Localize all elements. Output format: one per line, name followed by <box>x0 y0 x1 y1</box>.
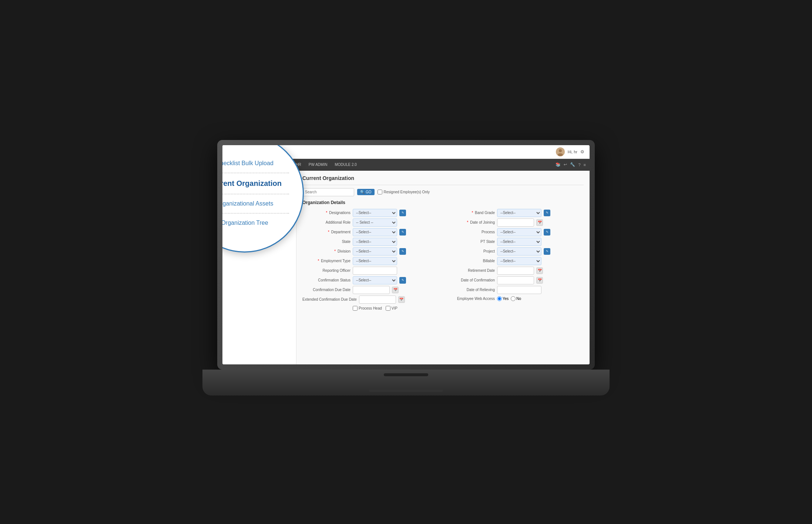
radio-no-text: No <box>516 297 521 301</box>
search-row: 🔍 GO Resigned Employee(s) Only <box>302 188 584 196</box>
form-row-pt-state: PT State --Select-- <box>447 238 584 246</box>
select-process[interactable]: --Select-- <box>497 228 541 236</box>
search-input[interactable] <box>302 188 354 196</box>
input-reporting-officer[interactable] <box>353 267 397 275</box>
form-row-band-grade: * Band Grade --Select-- ✎ <box>447 209 584 217</box>
calendar-confirmation-due-date-icon[interactable]: 📅 <box>392 287 399 293</box>
label-department: * Department <box>302 230 350 234</box>
section-title: Organization Details <box>302 200 584 205</box>
select-department[interactable]: --Select-- <box>353 228 397 236</box>
form-row-ext-confirmation-due-date: Extended Confirmation Due Date 📅 <box>302 296 439 304</box>
form-left: * Designations --Select-- ✎ Additional R… <box>302 209 439 312</box>
circle-popup: Checklist Bulk Upload Current Organizati… <box>222 145 304 253</box>
form-row-retirement-date: Retirement Date 📅 <box>447 267 584 275</box>
select-additional-role[interactable]: -- Select -- <box>353 218 397 227</box>
form-row-confirmation-status: Confirmation Status --Select-- ✎ <box>302 276 439 284</box>
label-division: * Division <box>302 249 350 253</box>
input-retirement-date[interactable] <box>497 267 534 275</box>
form-row-designations: * Designations --Select-- ✎ <box>302 209 439 217</box>
laptop-hinge <box>384 373 428 376</box>
radio-yes[interactable] <box>497 296 502 301</box>
form-container: * Designations --Select-- ✎ Additional R… <box>302 209 584 312</box>
label-employee-web-access: Employee Web Access <box>447 297 495 301</box>
input-ext-confirmation-due-date[interactable] <box>359 296 396 304</box>
laptop-screen: Hi, hr ⚙ SELF MY TEAM REPORTS HR PW ADMI… <box>222 145 590 364</box>
process-head-checkbox[interactable] <box>353 306 358 311</box>
select-project[interactable]: --Select-- <box>497 247 541 256</box>
edit-designations-icon[interactable]: ✎ <box>399 210 406 216</box>
edit-department-icon[interactable]: ✎ <box>399 229 406 236</box>
calendar-date-of-joining-icon[interactable]: 📅 <box>536 219 543 226</box>
form-row-checkboxes: Process Head VIP <box>302 306 439 311</box>
input-date-of-relieving[interactable] <box>497 286 541 294</box>
input-confirmation-due-date[interactable] <box>353 286 390 294</box>
label-date-of-joining: * Date of Joining <box>447 220 495 224</box>
employee-web-access-radio-group: Yes No <box>497 296 521 301</box>
edit-confirmation-status-icon[interactable]: ✎ <box>399 277 406 284</box>
form-row-confirmation-due-date: Confirmation Due Date 📅 <box>302 286 439 294</box>
edit-project-icon[interactable]: ✎ <box>544 248 550 255</box>
select-confirmation-status[interactable]: --Select-- <box>353 276 397 284</box>
process-head-text: Process Head <box>359 306 382 310</box>
menu-icon[interactable]: ≡ <box>584 163 586 167</box>
vip-label[interactable]: VIP <box>386 306 397 311</box>
select-division[interactable]: --Select-- <box>353 247 397 256</box>
select-designations[interactable]: --Select-- <box>353 209 397 217</box>
select-band-grade[interactable]: --Select-- <box>497 209 541 217</box>
content-area: Current Organization 🔍 GO <box>296 171 590 364</box>
label-date-of-relieving: Date of Relieving <box>447 288 495 292</box>
form-row-employee-web-access: Employee Web Access Yes No <box>447 296 584 301</box>
input-date-of-joining[interactable] <box>497 218 534 227</box>
select-employment-type[interactable]: --Select-- <box>353 257 397 265</box>
page-title: Current Organization <box>302 175 584 181</box>
label-band-grade: * Band Grade <box>447 211 495 215</box>
nav-item-module2[interactable]: MODULE 2.0 <box>331 160 360 169</box>
circle-menu-item-current-org[interactable]: Current Organization <box>222 173 289 194</box>
form-row-process: Process --Select-- ✎ <box>447 228 584 236</box>
search-icon: 🔍 <box>360 190 365 194</box>
tool-icon[interactable]: 🔧 <box>570 162 575 167</box>
form-row-department: * Department --Select-- ✎ <box>302 228 439 236</box>
edit-band-grade-icon[interactable]: ✎ <box>544 210 550 216</box>
edit-process-icon[interactable]: ✎ <box>544 229 550 236</box>
form-row-additional-role: Additional Role -- Select -- <box>302 218 439 227</box>
select-state[interactable]: --Select-- <box>353 238 397 246</box>
book-icon[interactable]: 📚 <box>556 162 561 167</box>
resigned-checkbox[interactable] <box>378 190 382 194</box>
vip-text: VIP <box>392 306 397 310</box>
help-icon[interactable]: ? <box>578 163 580 167</box>
label-pt-state: PT State <box>447 240 495 244</box>
input-date-of-confirmation[interactable] <box>497 276 534 284</box>
form-row-division: * Division --Select-- ✎ <box>302 247 439 256</box>
radio-no-label[interactable]: No <box>511 296 521 301</box>
process-head-label[interactable]: Process Head <box>353 306 382 311</box>
form-row-date-of-joining: * Date of Joining 📅 <box>447 218 584 227</box>
select-billable[interactable]: --Select-- <box>497 257 541 265</box>
radio-yes-label[interactable]: Yes <box>497 296 509 301</box>
calendar-date-of-confirmation-icon[interactable]: 📅 <box>536 277 543 284</box>
resigned-checkbox-label[interactable]: Resigned Employee(s) Only <box>378 190 430 194</box>
vip-checkbox[interactable] <box>386 306 390 311</box>
go-label: GO <box>366 190 372 194</box>
go-button[interactable]: 🔍 GO <box>357 189 375 195</box>
calendar-ext-confirmation-due-date-icon[interactable]: 📅 <box>398 296 405 303</box>
circle-menu-item-checklist-bulk[interactable]: Checklist Bulk Upload <box>222 154 289 173</box>
calendar-retirement-date-icon[interactable]: 📅 <box>536 267 543 274</box>
laptop-base <box>202 370 610 395</box>
svg-point-2 <box>558 153 563 156</box>
label-project: Project <box>447 249 495 253</box>
form-row-date-of-confirmation: Date of Confirmation 📅 <box>447 276 584 284</box>
label-confirmation-due-date: Confirmation Due Date <box>302 288 350 292</box>
form-right: * Band Grade --Select-- ✎ * Date of Join… <box>447 209 584 312</box>
gear-icon[interactable]: ⚙ <box>580 149 584 154</box>
back-icon[interactable]: ↩ <box>564 162 567 167</box>
select-pt-state[interactable]: --Select-- <box>497 238 541 246</box>
label-ext-confirmation-due-date: Extended Confirmation Due Date <box>302 297 357 301</box>
label-process: Process <box>447 230 495 234</box>
edit-division-icon[interactable]: ✎ <box>399 248 406 255</box>
radio-no[interactable] <box>511 296 516 301</box>
nav-item-pw-admin[interactable]: PW ADMIN <box>305 160 331 169</box>
circle-menu-item-org-tree[interactable]: Organization Tree <box>222 214 289 232</box>
label-designations: * Designations <box>302 211 350 215</box>
circle-menu-item-org-assets[interactable]: Organizational Assets <box>222 194 289 214</box>
